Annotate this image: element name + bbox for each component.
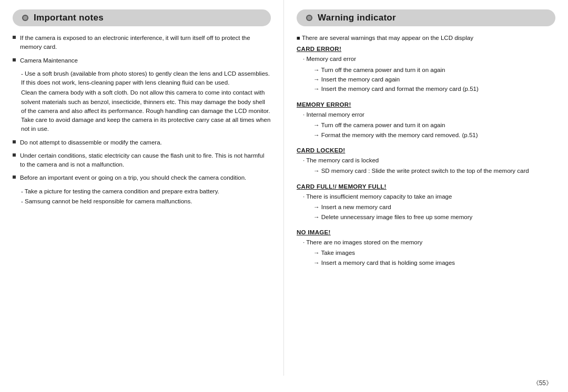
indent-block: - Use a soft brush (available from photo… [21, 69, 271, 134]
dot-item: · There is insufficient memory capacity … [303, 192, 555, 201]
item-text: If the camera is exposed to an electroni… [20, 34, 271, 52]
list-item: Do not attempt to disassemble or modify … [13, 138, 271, 147]
bullet-square-icon [13, 153, 16, 157]
header-bullet-icon [22, 15, 28, 21]
item-text: Under certain conditions, static electri… [20, 151, 271, 170]
card-locked-content: · The memory card is locked → SD memory … [303, 156, 555, 176]
indent-line: - Take a picture for testing the camera … [21, 187, 271, 196]
card-locked-title: CARD LOCKED! [297, 147, 555, 153]
dot-item: · There are no images stored on the memo… [303, 238, 555, 247]
bullet-square-icon [13, 176, 16, 179]
indent-line: - Samsung cannot be held responsible for… [21, 197, 271, 206]
list-item: If the camera is exposed to an electroni… [13, 34, 271, 52]
item-text: Before an important event or going on a … [20, 173, 271, 182]
item-text: Do not attempt to disassemble or modify … [20, 138, 271, 147]
dot-item: · Internal memory error [303, 110, 555, 119]
arrow-item: → Insert a memory card that is holding s… [313, 258, 555, 267]
no-image-content: · There are no images stored on the memo… [303, 238, 555, 267]
indent-block: - Take a picture for testing the camera … [21, 187, 271, 207]
arrow-item: → SD memory card : Slide the write prote… [313, 166, 555, 176]
memory-error-title: MEMORY ERROR! [297, 101, 555, 108]
card-error-section: CARD ERROR! · Memory card error → Turn o… [297, 46, 555, 94]
list-item: Before an important event or going on a … [13, 173, 271, 182]
no-image-title: NO IMAGE! [297, 229, 555, 235]
page-number: 《55》 [533, 379, 552, 387]
card-error-content: · Memory card error → Turn off the camer… [303, 54, 555, 94]
indent-line: Clean the camera body with a soft cloth.… [21, 88, 271, 133]
left-column: Important notes If the camera is exposed… [0, 0, 284, 376]
arrow-item: → Insert the memory card again [313, 75, 555, 84]
indent-line: - Use a soft brush (available from photo… [21, 69, 271, 88]
important-notes-title: Important notes [34, 13, 104, 23]
dot-item: · The memory card is locked [303, 156, 555, 165]
arrow-item: → Format the memory with the memory card… [313, 130, 555, 140]
header-bullet-icon [306, 15, 312, 21]
card-full-content: · There is insufficient memory capacity … [303, 192, 555, 222]
arrow-item: → Delete unnecessary image files to free… [313, 212, 555, 222]
arrow-item: → Insert a new memory card [313, 202, 555, 212]
dot-item: · Memory card error [303, 54, 555, 64]
memory-error-section: MEMORY ERROR! · Internal memory error → … [297, 101, 555, 140]
bullet-square-icon [13, 36, 16, 39]
arrow-item: → Turn off the camera power and turn it … [313, 120, 555, 130]
arrow-item: → Take images [313, 248, 555, 257]
page-footer: 《55》 [0, 376, 568, 392]
item-text: Camera Maintenance [20, 56, 271, 65]
warning-intro-text: ■ There are several warnings that may ap… [297, 34, 555, 43]
card-full-section: CARD FULL!/ MEMORY FULL! · There is insu… [297, 183, 555, 222]
bullet-square-icon [13, 140, 16, 143]
memory-error-content: · Internal memory error → Turn off the c… [303, 110, 555, 140]
important-notes-header: Important notes [13, 9, 271, 26]
arrow-item: → Insert the memory card and format the … [313, 84, 555, 94]
bullet-square-icon [13, 58, 16, 61]
card-full-title: CARD FULL!/ MEMORY FULL! [297, 183, 555, 190]
warning-indicator-title: Warning indicator [318, 13, 396, 23]
card-locked-section: CARD LOCKED! · The memory card is locked… [297, 147, 555, 176]
arrow-item: → Turn off the camera power and turn it … [313, 65, 555, 75]
list-item: Camera Maintenance [13, 56, 271, 65]
card-error-title: CARD ERROR! [297, 46, 555, 52]
warning-indicator-header: Warning indicator [297, 9, 555, 26]
right-column: Warning indicator ■ There are several wa… [284, 0, 568, 376]
no-image-section: NO IMAGE! · There are no images stored o… [297, 229, 555, 267]
list-item: Under certain conditions, static electri… [13, 151, 271, 170]
